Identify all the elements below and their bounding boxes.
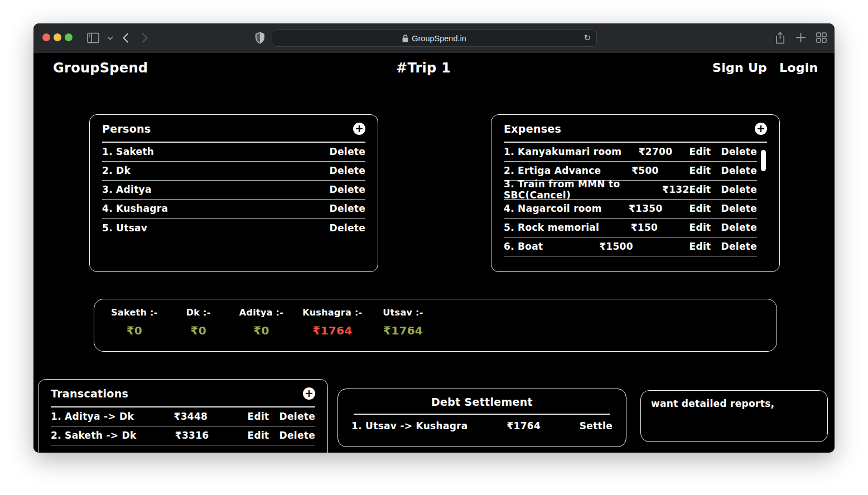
trip-title: #Trip 1: [396, 60, 451, 76]
expense-name: 4. Nagarcoil room: [504, 203, 602, 214]
person-name: 3. Aditya: [102, 184, 152, 195]
share-icon[interactable]: [775, 32, 785, 44]
reports-text: want detailed reports,: [651, 398, 817, 409]
minimize-window-button[interactable]: [54, 33, 61, 41]
delete-expense-button[interactable]: Delete: [721, 146, 757, 157]
expenses-title: Expenses: [504, 123, 561, 135]
expense-name: 1. Kanyakumari room: [504, 146, 621, 157]
transaction-amount: ₹3448: [174, 411, 208, 422]
balance-item: Kushagra :- ₹1764: [302, 307, 362, 337]
delete-person-button[interactable]: Delete: [330, 203, 365, 214]
balance-amount: ₹1764: [302, 324, 362, 337]
edit-expense-button[interactable]: Edit: [689, 203, 711, 214]
person-row: 1. Saketh Delete: [102, 143, 365, 162]
expense-amount: ₹1350: [629, 203, 663, 214]
expenses-scrollbar[interactable]: [761, 150, 766, 171]
expense-row: 4. Nagarcoil room ₹1350 Edit Delete: [504, 200, 757, 219]
transaction-row: 2. Saketh -> Dk ₹3316 Edit Delete: [51, 426, 315, 445]
expense-name: 3. Train from MMN to SBC(Cancel): [504, 178, 662, 201]
toolbar-divider: [104, 32, 104, 44]
close-window-button[interactable]: [42, 33, 50, 41]
balance-person-name: Saketh :-: [111, 307, 158, 318]
settlement-amount: ₹1764: [507, 420, 541, 431]
add-person-icon[interactable]: +: [353, 123, 365, 135]
delete-person-button[interactable]: Delete: [330, 165, 365, 176]
browser-toolbar: GroupSpend.in ↻: [33, 23, 835, 53]
expense-amount: ₹2700: [639, 146, 673, 157]
expense-row: 2. Ertiga Advance ₹500 Edit Delete: [504, 162, 757, 181]
zoom-window-button[interactable]: [65, 33, 73, 41]
balance-amount: ₹0: [177, 324, 220, 337]
browser-window: GroupSpend.in ↻ Grou: [33, 23, 835, 453]
person-name: 4. Kushagra: [102, 203, 168, 214]
delete-expense-button[interactable]: Delete: [721, 165, 757, 176]
reload-icon[interactable]: ↻: [584, 33, 591, 43]
expense-row: 5. Rock memorial ₹150 Edit Delete: [504, 219, 757, 237]
expense-amount: ₹150: [631, 222, 658, 233]
balance-item: Aditya :- ₹0: [239, 307, 284, 337]
forward-button[interactable]: [142, 33, 148, 43]
address-bar[interactable]: GroupSpend.in ↻: [272, 30, 597, 47]
sidebar-icon[interactable]: [87, 32, 99, 43]
balance-person-name: Dk :-: [177, 307, 220, 318]
expense-name: 5. Rock memorial: [504, 222, 599, 233]
settlement-row: 1. Utsav -> Kushagra ₹1764 Settle: [351, 415, 613, 437]
transactions-panel: Transcations + 1. Aditya -> Dk ₹3448 Edi…: [38, 379, 328, 453]
back-button[interactable]: [123, 33, 129, 43]
edit-expense-button[interactable]: Edit: [689, 222, 711, 233]
edit-expense-button[interactable]: Edit: [689, 146, 711, 157]
debt-settlement-title: Debt Settlement: [338, 389, 626, 408]
delete-person-button[interactable]: Delete: [330, 222, 365, 234]
expense-amount: ₹500: [631, 165, 659, 176]
expense-name: 2. Ertiga Advance: [504, 165, 601, 176]
delete-expense-button[interactable]: Delete: [721, 184, 757, 195]
transaction-name: 1. Aditya -> Dk: [51, 411, 134, 422]
login-link[interactable]: Login: [779, 61, 818, 75]
delete-expense-button[interactable]: Delete: [721, 222, 757, 233]
person-name: 5. Utsav: [102, 222, 147, 234]
expense-amount: ₹132: [662, 184, 689, 195]
app-logo: GroupSpend: [53, 60, 148, 76]
balance-item: Saketh :- ₹0: [111, 307, 158, 337]
expense-row: 6. Boat ₹1500 Edit Delete: [504, 237, 757, 256]
balance-person-name: Aditya :-: [239, 307, 284, 318]
delete-person-button[interactable]: Delete: [330, 184, 365, 195]
expenses-panel: Expenses + 1. Kanyakumari room ₹2700 Edi…: [491, 114, 780, 272]
edit-transaction-button[interactable]: Edit: [248, 430, 269, 441]
expense-row: 3. Train from MMN to SBC(Cancel) ₹132 Ed…: [504, 181, 757, 200]
balance-person-name: Kushagra :-: [302, 307, 362, 318]
delete-expense-button[interactable]: Delete: [721, 241, 757, 252]
edit-expense-button[interactable]: Edit: [689, 184, 711, 195]
delete-transaction-button[interactable]: Delete: [279, 430, 315, 441]
edit-transaction-button[interactable]: Edit: [248, 411, 269, 422]
balance-amount: ₹1764: [382, 324, 425, 337]
balance-amount: ₹0: [111, 324, 158, 337]
balance-amount: ₹0: [239, 324, 284, 337]
balance-person-name: Utsav :-: [382, 307, 425, 318]
balance-item: Dk :- ₹0: [177, 307, 220, 337]
edit-expense-button[interactable]: Edit: [689, 241, 711, 252]
person-row: 4. Kushagra Delete: [102, 200, 365, 219]
delete-expense-button[interactable]: Delete: [721, 203, 757, 214]
page-content: GroupSpend #Trip 1 Sign Up Login Persons…: [33, 53, 835, 453]
signup-link[interactable]: Sign Up: [712, 61, 767, 75]
new-tab-icon[interactable]: [795, 32, 806, 43]
settlement-name: 1. Utsav -> Kushagra: [351, 420, 468, 431]
person-row: 2. Dk Delete: [102, 162, 365, 181]
tab-overview-icon[interactable]: [816, 32, 827, 43]
chevron-down-icon[interactable]: [107, 36, 113, 40]
expense-row: 1. Kanyakumari room ₹2700 Edit Delete: [504, 143, 757, 162]
transactions-title: Transcations: [51, 387, 128, 400]
balances-panel: Saketh :- ₹0 Dk :- ₹0 Aditya :- ₹0 Kusha…: [94, 299, 777, 352]
privacy-shield-icon[interactable]: [255, 32, 265, 44]
delete-person-button[interactable]: Delete: [330, 146, 365, 157]
transaction-amount: ₹3316: [175, 430, 209, 441]
add-expense-icon[interactable]: +: [755, 123, 767, 135]
transaction-row: 1. Aditya -> Dk ₹3448 Edit Delete: [51, 407, 315, 426]
delete-transaction-button[interactable]: Delete: [279, 411, 315, 422]
edit-expense-button[interactable]: Edit: [689, 165, 711, 176]
settle-button[interactable]: Settle: [580, 420, 613, 431]
person-name: 2. Dk: [102, 165, 131, 176]
add-transaction-icon[interactable]: +: [303, 387, 315, 400]
person-row: 3. Aditya Delete: [102, 181, 365, 200]
